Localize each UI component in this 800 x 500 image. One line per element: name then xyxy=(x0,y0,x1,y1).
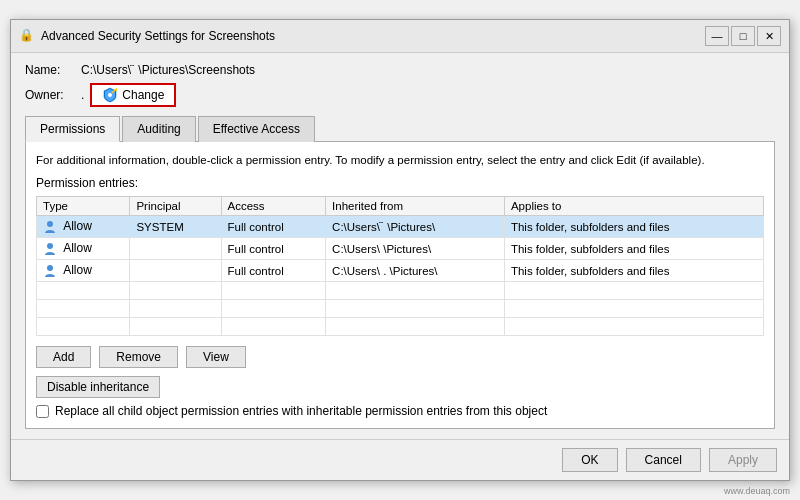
entries-label: Permission entries: xyxy=(36,176,764,190)
user-icon xyxy=(43,242,57,256)
row1-inherited: C:\Users\ ̈ \Pictures\ xyxy=(326,216,505,238)
action-buttons: Add Remove View xyxy=(36,346,764,368)
name-value: C:\Users\ ̈ \Pictures\Screenshots xyxy=(81,63,255,77)
dialog-content: Name: C:\Users\ ̈ \Pictures\Screenshots … xyxy=(11,53,789,439)
row2-type: Allow xyxy=(37,238,130,260)
remove-button[interactable]: Remove xyxy=(99,346,178,368)
user-icon xyxy=(43,264,57,278)
row1-access: Full control xyxy=(221,216,326,238)
row3-principal xyxy=(130,260,221,282)
change-button[interactable]: Change xyxy=(90,83,176,107)
checkbox-row: Replace all child object permission entr… xyxy=(36,404,764,418)
table-row-empty xyxy=(37,318,764,336)
view-button[interactable]: View xyxy=(186,346,246,368)
table-row-empty xyxy=(37,282,764,300)
window-title: Advanced Security Settings for Screensho… xyxy=(41,29,699,43)
row2-access: Full control xyxy=(221,238,326,260)
row1-type: Allow xyxy=(37,216,130,238)
col-type: Type xyxy=(37,197,130,216)
maximize-button[interactable]: □ xyxy=(731,26,755,46)
bottom-bar: OK Cancel Apply xyxy=(11,439,789,480)
tab-effective-access[interactable]: Effective Access xyxy=(198,116,315,142)
close-button[interactable]: ✕ xyxy=(757,26,781,46)
title-controls: — □ ✕ xyxy=(705,26,781,46)
minimize-button[interactable]: — xyxy=(705,26,729,46)
main-window: 🔒 Advanced Security Settings for Screens… xyxy=(10,19,790,481)
tab-permissions[interactable]: Permissions xyxy=(25,116,120,142)
window-icon: 🔒 xyxy=(19,28,35,44)
add-button[interactable]: Add xyxy=(36,346,91,368)
table-row-empty xyxy=(37,300,764,318)
table-row[interactable]: Allow SYSTEM Full control C:\Users\ ̈ \P… xyxy=(37,216,764,238)
col-access: Access xyxy=(221,197,326,216)
replace-checkbox[interactable] xyxy=(36,405,49,418)
svg-point-3 xyxy=(47,265,53,271)
row3-access: Full control xyxy=(221,260,326,282)
ok-button[interactable]: OK xyxy=(562,448,617,472)
permission-table: Type Principal Access Inherited from App… xyxy=(36,196,764,336)
title-bar: 🔒 Advanced Security Settings for Screens… xyxy=(11,20,789,53)
name-row: Name: C:\Users\ ̈ \Pictures\Screenshots xyxy=(25,63,775,77)
apply-button[interactable]: Apply xyxy=(709,448,777,472)
row3-type: Allow xyxy=(37,260,130,282)
col-principal: Principal xyxy=(130,197,221,216)
tab-content-permissions: For additional information, double-click… xyxy=(25,142,775,429)
checkbox-label: Replace all child object permission entr… xyxy=(55,404,547,418)
row2-inherited: C:\Users\ \Pictures\ xyxy=(326,238,505,260)
svg-point-1 xyxy=(47,221,53,227)
watermark: www.deuaq.com xyxy=(724,486,790,496)
row3-applies: This folder, subfolders and files xyxy=(504,260,763,282)
tab-auditing[interactable]: Auditing xyxy=(122,116,195,142)
table-row[interactable]: Allow Full control C:\Users\ . \Pictures… xyxy=(37,260,764,282)
owner-label: Owner: xyxy=(25,88,75,102)
user-icon xyxy=(43,220,57,234)
change-label: Change xyxy=(122,88,164,102)
svg-point-2 xyxy=(47,243,53,249)
col-applies: Applies to xyxy=(504,197,763,216)
row2-principal xyxy=(130,238,221,260)
owner-value: . xyxy=(81,88,84,102)
name-label: Name: xyxy=(25,63,75,77)
table-row[interactable]: Allow Full control C:\Users\ \Pictures\ … xyxy=(37,238,764,260)
row3-inherited: C:\Users\ . \Pictures\ xyxy=(326,260,505,282)
tab-bar: Permissions Auditing Effective Access xyxy=(25,115,775,142)
disable-inheritance-button[interactable]: Disable inheritance xyxy=(36,376,160,398)
cancel-button[interactable]: Cancel xyxy=(626,448,701,472)
row2-applies: This folder, subfolders and files xyxy=(504,238,763,260)
svg-point-0 xyxy=(108,93,112,97)
row1-principal: SYSTEM xyxy=(130,216,221,238)
row1-applies: This folder, subfolders and files xyxy=(504,216,763,238)
owner-row: Owner: . Change xyxy=(25,83,775,107)
col-inherited: Inherited from xyxy=(326,197,505,216)
shield-icon xyxy=(102,87,118,103)
info-text: For additional information, double-click… xyxy=(36,152,764,168)
